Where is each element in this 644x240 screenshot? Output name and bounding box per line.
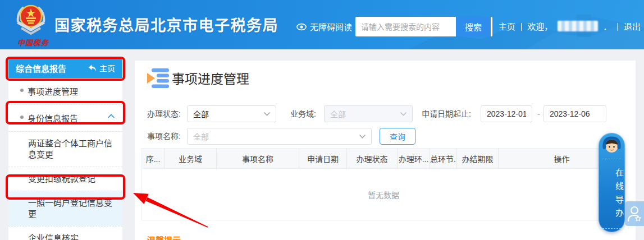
search-input[interactable]: [355, 17, 455, 36]
domain-filter-label: 业务域:: [290, 105, 316, 122]
app-header: 中国税务 国家税务总局北京市电子税务局 无障碍阅读 搜索 主页 | 欢迎， ． …: [0, 0, 644, 49]
status-select-value: 全部: [193, 108, 209, 119]
welcome-suffix: ．: [603, 20, 611, 32]
tax-bureau-logo: 中国税务: [13, 2, 53, 49]
col-handle-step: 办理环...: [398, 149, 430, 169]
content-title-row: 事项进度管理: [147, 68, 249, 88]
table-empty-row: 暂无数据: [142, 169, 625, 220]
sidebar-item-withholding-tax-change[interactable]: 变更扣缴税款登记: [8, 167, 122, 191]
logout-link[interactable]: 退出: [624, 20, 641, 32]
sidebar-item-enterprise-info-verify[interactable]: 企业信息核实: [8, 226, 122, 240]
nav-divider: |: [520, 22, 523, 31]
sidebar-item-progress-management[interactable]: 事项进度管理: [8, 78, 122, 104]
status-filter-label: 办理状态:: [147, 105, 181, 122]
col-seq: 序...: [142, 149, 165, 169]
welcome-label: 欢迎，: [527, 20, 552, 32]
date-to-input[interactable]: [543, 105, 606, 122]
sidebar-section-title: 综合信息报告: [16, 62, 66, 74]
logo-caption: 中国税务: [15, 37, 52, 48]
sidebar-home-label: 主页: [99, 62, 115, 73]
sidebar-item-label: 一照一码户登记信息变更: [28, 198, 112, 219]
online-guide-label: 在线导办: [599, 164, 625, 226]
date-range-label: 申请日期起止:: [422, 105, 471, 122]
sidebar-item-two-cert-merge-change[interactable]: 两证整合个体工商户信息变更: [8, 131, 122, 167]
dashed-divider: [602, 228, 621, 229]
bullet-icon: [20, 116, 24, 119]
dashed-divider: [602, 159, 621, 159]
sidebar-item-label: 两证整合个体工商户信息变更: [28, 139, 112, 159]
domain-select-value: 全部: [330, 108, 346, 119]
search-button[interactable]: 搜索: [456, 17, 491, 36]
accessibility-label: 无障碍阅读: [310, 21, 352, 33]
sidebar-section-header: 综合信息报告 主页: [8, 58, 122, 78]
col-total-steps: 总环节...: [430, 149, 457, 169]
item-name-select-value: 全部: [193, 131, 209, 142]
item-name-filter-label: 事项名称:: [147, 128, 181, 145]
bullet-icon: [20, 89, 24, 92]
sidebar-item-label: 企业信息核实: [28, 233, 79, 240]
page-title: 国家税务总局北京市电子税务局: [54, 13, 278, 35]
chevron-down-icon: [400, 112, 407, 116]
user-name-blurred: [558, 21, 598, 31]
national-emblem-icon: [13, 2, 48, 37]
sidebar: 综合信息报告 主页 事项进度管理 身份信息报告 两证整合个体工商户信息变更 变更…: [8, 58, 122, 240]
header-search: 搜索: [355, 17, 492, 36]
eye-icon: [296, 23, 307, 31]
date-range-separator: -: [537, 105, 540, 122]
sidebar-menu: 事项进度管理 身份信息报告 两证整合个体工商户信息变更 变更扣缴税款登记 一照一…: [8, 78, 122, 240]
date-from-input[interactable]: [481, 105, 532, 122]
empty-state-text: 暂无数据: [142, 169, 625, 220]
domain-select[interactable]: 全部: [324, 105, 413, 122]
accessibility-reading-link[interactable]: 无障碍阅读: [296, 21, 352, 33]
col-status: 办理状态: [347, 149, 398, 169]
col-item-name: 事项名称: [217, 149, 299, 169]
query-button[interactable]: 查询: [380, 128, 415, 145]
chevron-down-icon: [359, 135, 366, 139]
list-play-icon: [147, 68, 170, 88]
sidebar-item-label: 事项进度管理: [28, 87, 78, 96]
main-content: 事项进度管理 办理状态: 全部 业务域: 全部 申请日期起止: - 事项名称: …: [135, 61, 636, 240]
col-business-domain: 业务域: [165, 149, 217, 169]
back-arrow-icon: [88, 64, 97, 72]
person-star-icon: [627, 205, 642, 222]
sidebar-item-identity-info-report[interactable]: 身份信息报告: [8, 104, 122, 131]
col-deadline: 办结期限: [457, 149, 499, 169]
chevron-down-icon: [264, 112, 270, 116]
content-page-title: 事项进度管理: [172, 68, 249, 87]
sidebar-item-one-license-one-code-change[interactable]: 一照一码户登记信息变更: [8, 191, 122, 226]
sidebar-item-label: 身份信息报告: [28, 114, 78, 123]
sidebar-home-link[interactable]: 主页: [88, 62, 115, 73]
tips-title: 温馨提示: [147, 234, 181, 240]
service-avatar-icon: [602, 136, 622, 156]
col-apply-date: 申请日期: [299, 149, 347, 169]
nav-divider: |: [616, 22, 619, 31]
top-navigation: 主页 | 欢迎， ． | 退出: [499, 20, 641, 32]
progress-table: 序... 业务域 事项名称 申请日期 办理状态 办理环... 总环节... 办结…: [141, 148, 625, 220]
status-select[interactable]: 全部: [187, 105, 276, 122]
chevron-up-icon: [108, 114, 115, 118]
online-guide-widget[interactable]: 在线导办: [599, 133, 625, 232]
item-name-select[interactable]: 全部: [187, 128, 372, 145]
member-service-button[interactable]: [625, 201, 644, 226]
table-header-row: 序... 业务域 事项名称 申请日期 办理状态 办理环... 总环节... 办结…: [142, 149, 625, 169]
sidebar-item-label: 变更扣缴税款登记: [28, 174, 95, 183]
nav-home-link[interactable]: 主页: [499, 20, 515, 32]
